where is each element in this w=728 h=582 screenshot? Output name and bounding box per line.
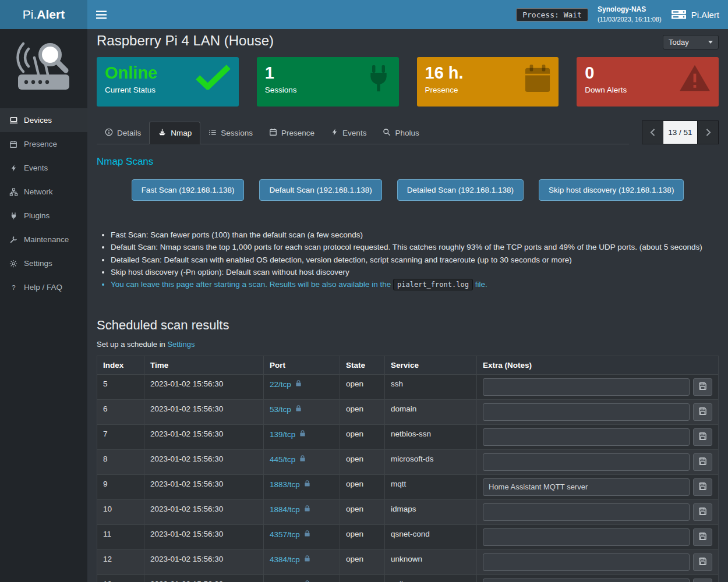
port-link[interactable]: 1884/tcp — [270, 505, 300, 514]
note-input[interactable] — [483, 453, 690, 471]
scan-results-table: IndexTimePortStateServiceExtra (Notes) 5… — [97, 356, 719, 582]
plugins-icon — [9, 212, 18, 220]
table-row: 62023-01-02 15:56:3053/tcpopendomain — [97, 399, 719, 424]
note-input[interactable] — [483, 478, 690, 496]
note-input[interactable] — [483, 503, 690, 521]
port-link[interactable]: 445/tcp — [270, 455, 295, 464]
cell-port: 8123/tcp — [264, 574, 340, 582]
save-note-button[interactable] — [693, 579, 712, 582]
sidebar-item-settings[interactable]: Settings — [0, 251, 87, 275]
note-input[interactable] — [483, 528, 690, 546]
sidebar-item-label: Settings — [24, 259, 52, 268]
tab-events[interactable]: Events — [323, 122, 374, 144]
port-link[interactable]: 4384/tcp — [270, 555, 300, 564]
status-card-sessions: 1Sessions — [257, 57, 399, 107]
save-note-button[interactable] — [693, 403, 712, 421]
skip-host-discovery-button[interactable]: Skip host discovery (192.168.1.138) — [539, 179, 684, 201]
port-link[interactable]: 8123/tcp — [270, 580, 300, 582]
network-icon — [9, 188, 18, 196]
period-select-value: Today — [669, 38, 689, 47]
note-input[interactable] — [483, 428, 690, 446]
sidebar-item-devices[interactable]: Devices — [0, 108, 87, 132]
sidebar: DevicesPresenceEventsNetworkPluginsMaint… — [0, 29, 87, 582]
note-input[interactable] — [483, 378, 690, 396]
events-icon — [331, 128, 338, 138]
sidebar-item-help-faq[interactable]: ?Help / FAQ — [0, 275, 87, 299]
cell-port: 4357/tcp — [264, 524, 340, 549]
tab-sessions[interactable]: Sessions — [200, 122, 261, 144]
save-note-button[interactable] — [693, 553, 712, 571]
cell-index: 13 — [97, 574, 144, 582]
cell-state: open — [340, 499, 385, 524]
port-link[interactable]: 139/tcp — [270, 430, 295, 439]
save-note-button[interactable] — [693, 453, 712, 471]
sidebar-item-label: Devices — [24, 116, 52, 125]
cell-time: 2023-01-02 15:56:30 — [144, 474, 264, 499]
sidebar-item-network[interactable]: Network — [0, 180, 87, 204]
port-link[interactable]: 1883/tcp — [270, 480, 300, 489]
table-row: 82023-01-02 15:56:30445/tcpopenmicrosoft… — [97, 449, 719, 474]
cell-extra-notes — [477, 524, 719, 549]
table-header-row: IndexTimePortStateServiceExtra (Notes) — [97, 356, 719, 374]
cell-state: open — [340, 574, 385, 582]
events-icon — [9, 164, 18, 172]
tab-details[interactable]: Details — [97, 122, 149, 144]
sessions-icon — [208, 129, 217, 138]
lock-icon — [295, 405, 302, 414]
tab-nmap[interactable]: Nmap — [149, 122, 200, 144]
pager-position: 13 / 51 — [663, 120, 697, 144]
cell-extra-notes — [477, 574, 719, 582]
settings-link[interactable]: Settings — [167, 340, 195, 349]
note-input[interactable] — [483, 403, 690, 421]
cell-extra-notes — [477, 499, 719, 524]
sidebar-item-maintenance[interactable]: Maintenance — [0, 228, 87, 251]
tab-label: Nmap — [171, 129, 192, 137]
save-note-button[interactable] — [693, 503, 712, 521]
presence-icon — [9, 140, 18, 148]
period-select[interactable]: Today — [663, 35, 719, 49]
cell-time: 2023-01-02 15:56:30 — [144, 374, 264, 399]
note-input[interactable] — [483, 579, 690, 582]
scan-log-note: You can leave this page after starting a… — [111, 278, 719, 290]
cell-time: 2023-01-02 15:56:30 — [144, 399, 264, 424]
fast-scan-button[interactable]: Fast Scan (192.168.1.138) — [132, 179, 245, 201]
detailed-scan-button[interactable]: Detailed Scan (192.168.1.138) — [397, 179, 524, 201]
save-note-button[interactable] — [693, 378, 712, 396]
brand-logo[interactable]: Pi.Alert — [0, 0, 87, 29]
lock-icon — [299, 430, 306, 439]
nas-server-icon — [671, 8, 687, 22]
cell-index: 12 — [97, 549, 144, 574]
table-row: 112023-01-02 15:56:304357/tcpopenqsnet-c… — [97, 524, 719, 549]
sidebar-item-events[interactable]: Events — [0, 156, 87, 180]
save-icon — [698, 507, 707, 517]
tab-label: Presence — [281, 129, 314, 137]
cell-index: 5 — [97, 374, 144, 399]
port-link[interactable]: 22/tcp — [270, 380, 291, 389]
port-link[interactable]: 53/tcp — [270, 405, 291, 414]
save-note-button[interactable] — [693, 478, 712, 496]
port-link[interactable]: 4357/tcp — [270, 530, 300, 539]
sidebar-menu: DevicesPresenceEventsNetworkPluginsMaint… — [0, 108, 87, 299]
scheduled-results-heading: Scheduled scan results — [97, 318, 719, 333]
default-scan-button[interactable]: Default Scan (192.168.1.138) — [259, 179, 381, 201]
hamburger-menu-icon[interactable] — [96, 10, 107, 19]
note-input[interactable] — [483, 553, 690, 571]
tab-presence[interactable]: Presence — [261, 122, 323, 144]
pager-prev-button[interactable] — [642, 120, 663, 144]
save-note-button[interactable] — [693, 428, 712, 446]
status-card-current-status: OnlineCurrent Status — [97, 57, 239, 107]
tab-pholus[interactable]: Pholus — [374, 122, 427, 144]
sidebar-item-plugins[interactable]: Plugins — [0, 204, 87, 228]
account-area[interactable]: Pi.Alert — [671, 8, 719, 22]
sidebar-item-presence[interactable]: Presence — [0, 132, 87, 156]
status-cards: OnlineCurrent Status1Sessions16 h.Presen… — [97, 57, 719, 107]
cell-index: 9 — [97, 474, 144, 499]
pager-next-button[interactable] — [697, 120, 719, 144]
table-row: 52023-01-02 15:56:3022/tcpopenssh — [97, 374, 719, 399]
cell-time: 2023-01-02 15:56:30 — [144, 524, 264, 549]
save-note-button[interactable] — [693, 528, 712, 546]
lock-icon — [304, 555, 310, 564]
cell-time: 2023-01-02 15:56:30 — [144, 424, 264, 449]
devices-icon — [9, 116, 18, 125]
maintenance-icon — [9, 236, 18, 244]
